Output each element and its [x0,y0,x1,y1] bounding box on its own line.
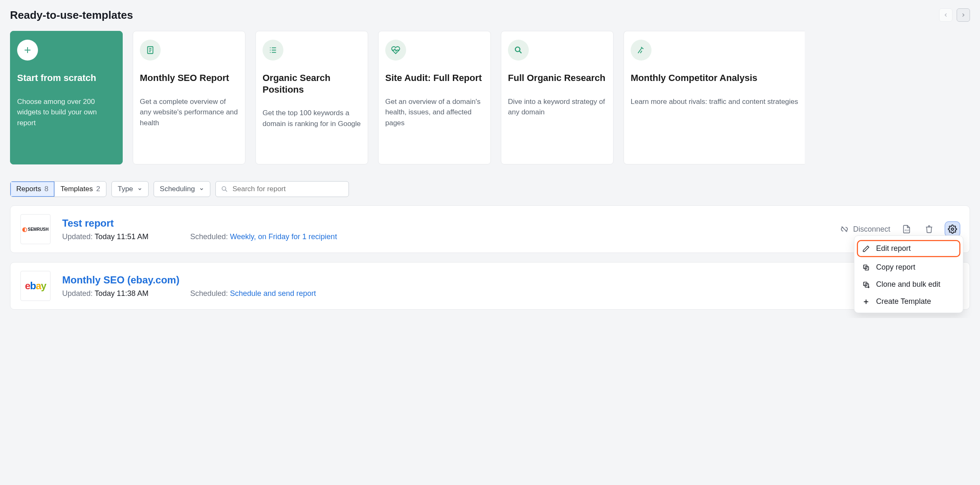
template-cards-row: Start from scratch Choose among over 200… [10,31,970,164]
template-card-desc: Get the top 100 keywords a domain is ran… [263,108,361,129]
template-card-full-organic-research[interactable]: Full Organic Research Dive into a keywor… [501,31,614,164]
scheduled-link[interactable]: Schedule and send report [230,289,316,298]
filter-bar: Reports 8 Templates 2 Type Scheduling [10,181,970,197]
search-icon [508,40,529,61]
svg-point-12 [515,47,520,52]
list-icon [263,40,283,61]
pencil-icon [862,245,870,253]
svg-point-17 [222,187,226,190]
template-card-site-audit-full-report[interactable]: Site Audit: Full Report Get an overview … [378,31,491,164]
menu-copy-report[interactable]: Copy report [854,259,963,276]
template-card-title: Start from scratch [17,72,116,84]
tab-reports[interactable]: Reports 8 [10,182,54,197]
tab-count: 2 [96,185,100,193]
search-input-wrap[interactable] [215,181,349,197]
template-card-desc: Get a complete overview of any website's… [140,96,238,129]
disconnect-label: Disconnect [853,225,890,234]
dropdown-label: Scheduling [160,185,195,193]
template-card-title: Organic Search Positions [263,72,361,95]
updated-value: Today 11:38 AM [95,289,149,298]
report-thumbnail-ebay: ebay [20,271,51,301]
tab-label: Templates [61,185,93,193]
disconnect-button[interactable]: Disconnect [840,225,890,234]
type-dropdown[interactable]: Type [111,181,149,197]
template-card-desc: Choose among over 200 widgets to build y… [17,96,116,129]
template-card-desc: Get an overview of a domain's health, is… [385,96,484,129]
menu-clone-bulk-edit[interactable]: Clone and bulk edit [854,276,963,293]
menu-label: Clone and bulk edit [876,280,940,289]
plus-icon [862,298,870,306]
plus-icon [17,40,38,61]
scheduled-label: Scheduled: [190,289,228,298]
pdf-icon: PDF [902,225,911,234]
report-thumbnail-semrush: ◐SEMRUSH [20,214,51,244]
heart-pulse-icon [385,40,406,61]
template-card-monthly-competitor-analysis[interactable]: Monthly Competitor Analysis Learn more a… [624,31,805,164]
svg-line-18 [225,190,227,192]
report-title-link[interactable]: Monthly SEO (ebay.com) [62,274,929,286]
updated-value: Today 11:51 AM [95,232,149,241]
carousel-next-button[interactable] [957,8,970,22]
menu-label: Create Template [876,297,931,306]
tab-count: 8 [45,185,48,193]
chevron-right-icon [960,12,966,18]
tab-templates[interactable]: Templates 2 [54,182,106,197]
gear-dropdown-menu: Edit report Copy report Clone and bulk e… [854,235,963,313]
scheduling-dropdown[interactable]: Scheduling [154,181,210,197]
template-card-title: Full Organic Research [508,72,606,84]
report-title-link[interactable]: Test report [62,217,828,229]
menu-create-template[interactable]: Create Template [854,293,963,310]
clone-edit-icon [862,281,870,288]
search-input[interactable] [232,185,344,193]
svg-line-13 [519,51,521,53]
svg-point-21 [951,228,954,230]
scheduled-label: Scheduled: [190,232,228,241]
template-card-title: Monthly Competitor Analysis [631,72,798,84]
chevron-down-icon [199,187,204,192]
menu-label: Copy report [876,263,915,272]
template-card-title: Site Audit: Full Report [385,72,484,84]
gear-icon [948,225,957,234]
disconnect-icon [840,225,849,234]
menu-edit-report[interactable]: Edit report [857,240,960,257]
pdf-download-button[interactable]: PDF [900,223,913,235]
search-icon [221,185,228,193]
tabs-reports-templates: Reports 8 Templates 2 [10,181,106,197]
menu-label: Edit report [876,244,911,253]
tab-label: Reports [16,185,41,193]
updated-label: Updated: [62,232,93,241]
document-icon [140,40,161,61]
template-card-start-from-scratch[interactable]: Start from scratch Choose among over 200… [10,31,123,164]
delete-button[interactable] [923,223,935,235]
template-card-organic-search-positions[interactable]: Organic Search Positions Get the top 100… [255,31,368,164]
carousel-nav [939,8,970,22]
template-card-desc: Learn more about rivals: traffic and con… [631,96,798,107]
chevron-left-icon [943,12,949,18]
svg-line-16 [640,51,642,53]
chevron-down-icon [137,187,142,192]
reports-list: ◐SEMRUSH Test report Updated: Today 11:5… [10,205,970,310]
scheduled-link[interactable]: Weekly, on Friday for 1 recipient [230,232,337,241]
template-card-title: Monthly SEO Report [140,72,238,84]
report-row: ebay Monthly SEO (ebay.com) Updated: Tod… [10,262,970,310]
template-card-desc: Dive into a keyword strategy of any doma… [508,96,606,118]
copy-icon [862,264,870,271]
updated-label: Updated: [62,289,93,298]
report-row: ◐SEMRUSH Test report Updated: Today 11:5… [10,205,970,253]
svg-text:PDF: PDF [904,229,909,232]
dropdown-label: Type [118,185,133,193]
settings-gear-button[interactable] [945,222,960,236]
section-title: Ready-to-use-templates [10,9,133,22]
telescope-icon [631,40,652,61]
trash-icon [925,225,933,233]
template-card-monthly-seo-report[interactable]: Monthly SEO Report Get a complete overvi… [133,31,245,164]
carousel-prev-button[interactable] [939,8,952,22]
